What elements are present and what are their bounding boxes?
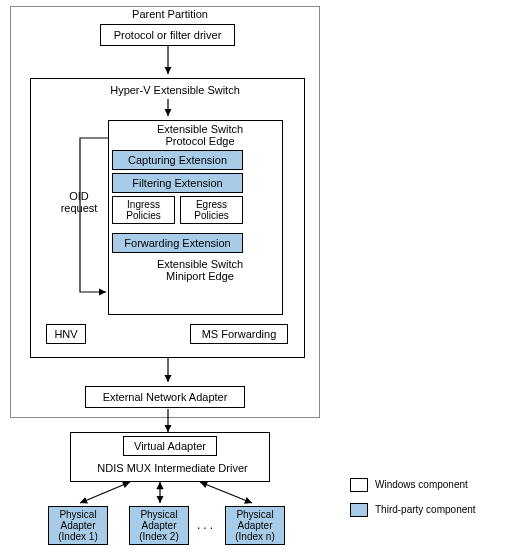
legend-windows-text: Windows component: [375, 479, 468, 490]
virtual-adapter-box: Virtual Adapter: [123, 436, 217, 456]
virtual-adapter-text: Virtual Adapter: [134, 440, 206, 452]
oid-request-label: OID request: [55, 190, 103, 214]
svg-line-4: [80, 482, 130, 503]
hnv-box: HNV: [46, 324, 86, 344]
ellipsis-dots: ...: [197, 518, 216, 532]
forwarding-extension-box: Forwarding Extension: [112, 233, 243, 253]
hyperv-switch-label: Hyper-V Extensible Switch: [95, 84, 255, 96]
legend-thirdparty-text: Third-party component: [375, 504, 476, 515]
filtering-extension-text: Filtering Extension: [132, 177, 223, 189]
capturing-extension-text: Capturing Extension: [128, 154, 227, 166]
protocol-driver-text: Protocol or filter driver: [114, 29, 222, 41]
parent-partition-label: Parent Partition: [120, 8, 220, 20]
ndis-mux-label: NDIS MUX Intermediate Driver: [90, 462, 255, 474]
egress-policies-box: Egress Policies: [180, 196, 243, 224]
svg-line-6: [200, 482, 252, 503]
capturing-extension-box: Capturing Extension: [112, 150, 243, 170]
filtering-extension-box: Filtering Extension: [112, 173, 243, 193]
miniport-edge-label: Extensible Switch Miniport Edge: [140, 258, 260, 282]
legend-windows-swatch: [350, 478, 368, 492]
forwarding-extension-text: Forwarding Extension: [124, 237, 230, 249]
protocol-driver-box: Protocol or filter driver: [100, 24, 235, 46]
physical-adapter-2-box: Physical Adapter (Index 2): [129, 506, 189, 545]
physical-adapter-n-box: Physical Adapter (Index n): [225, 506, 285, 545]
ms-forwarding-box: MS Forwarding: [190, 324, 288, 344]
physical-adapter-1-box: Physical Adapter (Index 1): [48, 506, 108, 545]
ms-forwarding-text: MS Forwarding: [202, 328, 277, 340]
hnv-text: HNV: [54, 328, 77, 340]
ingress-policies-box: Ingress Policies: [112, 196, 175, 224]
legend-thirdparty-swatch: [350, 503, 368, 517]
external-adapter-box: External Network Adapter: [85, 386, 245, 408]
protocol-edge-label: Extensible Switch Protocol Edge: [140, 123, 260, 147]
external-adapter-text: External Network Adapter: [103, 391, 228, 403]
